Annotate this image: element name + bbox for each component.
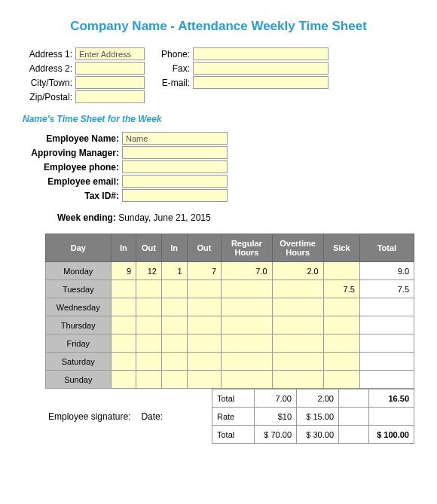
cell-out1[interactable]: 12: [136, 262, 162, 280]
cell-sick[interactable]: [323, 353, 359, 371]
cell-out2[interactable]: [187, 280, 222, 298]
table-row: Sunday: [46, 371, 414, 389]
fax-input[interactable]: [193, 62, 329, 75]
cell-in2[interactable]: [161, 298, 187, 316]
week-ending-label: Week ending:: [57, 212, 116, 223]
cell-in1[interactable]: [111, 280, 136, 298]
cell-reg[interactable]: [222, 353, 272, 371]
cell-reg[interactable]: [222, 316, 272, 334]
totals-ot-3: $ 30.00: [297, 426, 339, 444]
emp-name-label: Employee Name:: [23, 133, 119, 144]
th-in1: In: [111, 234, 136, 262]
cell-ot[interactable]: 2.0: [272, 262, 323, 280]
cell-out1[interactable]: [136, 371, 162, 389]
cell-reg[interactable]: [222, 298, 272, 316]
cell-out2[interactable]: [187, 298, 222, 316]
cell-out2[interactable]: [187, 371, 222, 389]
totals-total-3: $ 100.00: [369, 426, 414, 444]
cell-in1[interactable]: [111, 316, 136, 334]
cell-in1[interactable]: [111, 334, 136, 353]
fax-label: Fax:: [160, 63, 190, 74]
th-day: Day: [46, 234, 112, 262]
address1-input[interactable]: [75, 47, 145, 60]
cell-reg[interactable]: 7.0: [222, 262, 272, 280]
cell-in2[interactable]: [161, 280, 187, 298]
emp-name-input[interactable]: [122, 132, 228, 145]
cell-ot[interactable]: [272, 371, 323, 389]
address2-input[interactable]: [75, 62, 145, 75]
totals-total-2: [369, 408, 414, 426]
tax-input[interactable]: [122, 189, 228, 202]
cell-in2[interactable]: [161, 316, 187, 334]
cell-sick[interactable]: [323, 262, 359, 280]
city-input[interactable]: [75, 76, 145, 89]
zip-input[interactable]: [75, 90, 145, 103]
cell-out2[interactable]: 7: [187, 262, 222, 280]
cell-out1[interactable]: [136, 298, 162, 316]
phone-input[interactable]: [193, 47, 329, 60]
cell-in2[interactable]: 1: [161, 262, 187, 280]
cell-ot[interactable]: [272, 353, 323, 371]
cell-out1[interactable]: [136, 353, 162, 371]
cell-reg[interactable]: [222, 280, 272, 298]
emp-email-input[interactable]: [122, 175, 228, 188]
table-row: Monday912177.02.09.0: [46, 262, 414, 280]
cell-out1[interactable]: [136, 280, 162, 298]
mgr-input[interactable]: [122, 146, 228, 159]
cell-in2[interactable]: [161, 334, 187, 353]
cell-ot[interactable]: [272, 334, 323, 353]
cell-out2[interactable]: [187, 316, 222, 334]
timesheet-table: Day In Out In Out Regular Hours Overtime…: [45, 234, 414, 389]
th-out2: Out: [187, 234, 222, 262]
address-group: Address 1: Address 2: City/Town: Zip/Pos…: [23, 47, 145, 103]
totals-reg-3: $ 70.00: [255, 426, 297, 444]
cell-ot[interactable]: [272, 298, 323, 316]
cell-out1[interactable]: [136, 316, 162, 334]
totals-table: Total 7.00 2.00 16.50 Rate $10 $ 15.00 T…: [212, 389, 414, 444]
table-row: Friday: [46, 334, 414, 353]
totals-ot-1: 2.00: [297, 389, 339, 408]
zip-label: Zip/Postal:: [23, 92, 72, 102]
emp-email-label: Employee email:: [23, 176, 119, 187]
company-info-block: Address 1: Address 2: City/Town: Zip/Pos…: [23, 47, 414, 103]
cell-out1[interactable]: [136, 334, 162, 353]
cell-reg[interactable]: [222, 371, 272, 389]
th-total: Total: [359, 234, 414, 262]
email-input[interactable]: [193, 76, 329, 89]
cell-reg[interactable]: [222, 334, 272, 353]
cell-sick[interactable]: [323, 298, 359, 316]
cell-sick[interactable]: [323, 316, 359, 334]
cell-sick[interactable]: [323, 334, 359, 353]
cell-in2[interactable]: [161, 353, 187, 371]
cell-in1[interactable]: [111, 353, 136, 371]
employee-block: Employee Name: Approving Manager: Employ…: [23, 132, 414, 202]
totals-reg-2: $10: [255, 408, 297, 426]
table-row: Saturday: [46, 353, 414, 371]
cell-ot[interactable]: [272, 316, 323, 334]
th-sick: Sick: [323, 234, 359, 262]
emp-phone-input[interactable]: [122, 160, 228, 173]
cell-in1[interactable]: 9: [111, 262, 136, 280]
cell-out2[interactable]: [187, 353, 222, 371]
totals-sick-1: [339, 389, 369, 408]
table-header-row: Day In Out In Out Regular Hours Overtime…: [46, 234, 414, 262]
cell-day: Monday: [46, 262, 112, 280]
cell-ot[interactable]: [272, 280, 323, 298]
cell-sick[interactable]: 7.5: [323, 280, 359, 298]
cell-in1[interactable]: [111, 371, 136, 389]
phone-label: Phone:: [160, 49, 190, 60]
week-ending-value: Sunday, June 21, 2015: [118, 212, 211, 223]
address2-label: Address 2:: [23, 63, 72, 74]
totals-row-hours: Total 7.00 2.00 16.50: [212, 389, 414, 408]
cell-total: [359, 334, 414, 353]
cell-day: Wednesday: [46, 298, 112, 316]
cell-out2[interactable]: [187, 334, 222, 353]
signature-block: Employee signature: Date:: [45, 389, 212, 444]
contact-group: Phone: Fax: E-mail:: [160, 47, 329, 103]
cell-sick[interactable]: [323, 371, 359, 389]
totals-label-1: Total: [212, 389, 255, 408]
email-label: E-mail:: [160, 78, 190, 88]
cell-in2[interactable]: [161, 371, 187, 389]
cell-day: Sunday: [46, 371, 112, 389]
cell-in1[interactable]: [111, 298, 136, 316]
